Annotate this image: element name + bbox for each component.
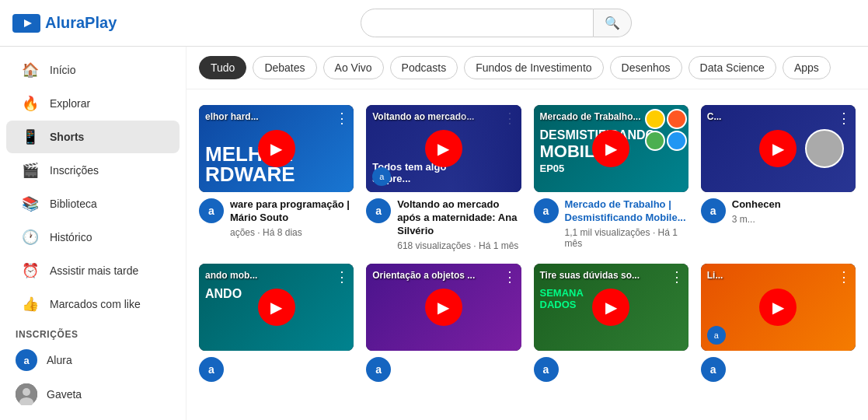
home-icon: 🏠 xyxy=(22,61,39,79)
play-btn-4[interactable]: ▶ xyxy=(759,130,797,167)
shorts-icon: 📱 xyxy=(22,128,39,145)
sidebar: 🏠 Início 🔥 Explorar 📱 Shorts 🎬 Inscriçõe… xyxy=(0,47,186,420)
liked-icon: 👍 xyxy=(22,296,39,313)
layout: 🏠 Início 🔥 Explorar 📱 Shorts 🎬 Inscriçõe… xyxy=(0,47,868,420)
video-title-1: ware para programação | Mário Souto xyxy=(230,198,354,225)
thumb-title-3: Mercado de Trabalho... xyxy=(540,111,641,122)
video-card-1[interactable]: elhor hard... ⋮ ▶ MELHORRDWARE a ware pa… xyxy=(193,99,360,257)
play-btn-3[interactable]: ▶ xyxy=(592,130,629,167)
thumb-title-5: ando mob... xyxy=(205,270,257,281)
logo-icon xyxy=(12,14,40,33)
logo[interactable]: AluraPlay xyxy=(12,14,137,33)
video-info-2: a Voltando ao mercado após a maternidade… xyxy=(366,198,521,251)
subscription-alura[interactable]: a Alura xyxy=(0,343,186,377)
thumbnail-1: elhor hard... ⋮ ▶ MELHORRDWARE xyxy=(199,105,354,192)
filter-fundos[interactable]: Fundos de Investimento xyxy=(464,56,603,79)
video-card-5[interactable]: ando mob... ⋮ ANDO ▶ a xyxy=(193,257,360,388)
thumbnail-4: C... ⋮ ▶ xyxy=(701,105,856,192)
sidebar-label-inicio: Início xyxy=(50,64,75,76)
play-btn-5[interactable]: ▶ xyxy=(258,289,295,326)
video-title-2: Voltando ao mercado após a maternidade: … xyxy=(397,198,521,238)
thumb-title-7: Tire suas dúvidas so... xyxy=(540,270,640,281)
video-card-4[interactable]: C... ⋮ ▶ a Conhecen 3 m... xyxy=(695,99,862,257)
play-btn-1[interactable]: ▶ xyxy=(258,130,295,167)
history-icon: 🕐 xyxy=(22,229,39,246)
sidebar-item-inicio[interactable]: 🏠 Início xyxy=(6,54,180,86)
gaveta-label: Gaveta xyxy=(47,388,82,401)
thumb-menu-1[interactable]: ⋮ xyxy=(335,110,349,127)
sidebar-label-inscricoes: Inscrições xyxy=(50,164,99,177)
play-btn-6[interactable]: ▶ xyxy=(425,289,462,326)
video-card-3[interactable]: Mercado de Trabalho... ⋮ DESMISTIFICANDO… xyxy=(528,99,695,257)
video-stats-1: ações · Há 8 dias xyxy=(230,227,354,238)
alura-avatar: a xyxy=(16,349,37,371)
thumbnail-5: ando mob... ⋮ ANDO ▶ xyxy=(199,264,354,351)
video-meta-7 xyxy=(565,357,688,382)
channel-avatar-6: a xyxy=(366,357,391,382)
channel-avatar-1: a xyxy=(199,198,224,223)
thumbnail-3: Mercado de Trabalho... ⋮ DESMISTIFICANDO… xyxy=(534,105,688,192)
filter-desenhos[interactable]: Desenhos xyxy=(610,56,682,79)
subscriptions-section-title: INSCRIÇÕES xyxy=(0,321,186,343)
sidebar-label-assistir: Assistir mais tarde xyxy=(50,264,138,277)
search-input[interactable] xyxy=(361,9,594,37)
sidebar-item-assistir[interactable]: ⏰ Assistir mais tarde xyxy=(6,254,180,287)
thumb-menu-5[interactable]: ⋮ xyxy=(335,268,349,285)
video-info-8: a xyxy=(701,357,856,382)
video-meta-1: ware para programação | Mário Souto açõe… xyxy=(230,198,354,238)
logo-text: AluraPlay xyxy=(45,14,117,32)
thumb-title-4: C... xyxy=(707,111,722,122)
thumb-menu-7[interactable]: ⋮ xyxy=(670,268,684,285)
gaveta-avatar xyxy=(16,383,37,405)
search-button[interactable]: 🔍 xyxy=(594,9,632,37)
filter-debates[interactable]: Debates xyxy=(253,56,316,79)
sidebar-label-marcados: Marcados com like xyxy=(50,298,141,310)
video-card-8[interactable]: Li... ⋮ ▶ a a xyxy=(695,257,862,388)
sidebar-label-explorar: Explorar xyxy=(50,97,90,110)
video-card-7[interactable]: Tire suas dúvidas so... ⋮ SEMANADADOS ▶ … xyxy=(528,257,695,388)
sidebar-item-biblioteca[interactable]: 📚 Biblioteca xyxy=(6,187,180,220)
thumb-menu-6[interactable]: ⋮ xyxy=(503,268,517,285)
thumbnail-2: Voltando ao mercado... ⋮ Todos tem algo … xyxy=(366,105,521,192)
video-info-5: a xyxy=(199,357,354,382)
channel-avatar-7: a xyxy=(534,357,559,382)
play-btn-7[interactable]: ▶ xyxy=(592,289,629,326)
thumb-menu-8[interactable]: ⋮ xyxy=(837,268,851,285)
sidebar-item-marcados[interactable]: 👍 Marcados com like xyxy=(6,288,180,320)
explore-icon: 🔥 xyxy=(22,95,39,112)
video-card-6[interactable]: Orientação a objetos ... ⋮ ▶ a xyxy=(360,257,527,388)
channel-avatar-5: a xyxy=(199,357,224,382)
sidebar-label-historico: Histórico xyxy=(50,231,92,243)
header: AluraPlay 🔍 xyxy=(0,0,868,47)
filter-bar: Tudo Debates Ao Vivo Podcasts Fundos de … xyxy=(186,47,868,89)
sidebar-item-explorar[interactable]: 🔥 Explorar xyxy=(6,87,180,120)
play-btn-2[interactable]: ▶ xyxy=(425,130,462,167)
video-grid: elhor hard... ⋮ ▶ MELHORRDWARE a ware pa… xyxy=(186,89,868,397)
filter-ao-vivo[interactable]: Ao Vivo xyxy=(323,56,384,79)
filter-tudo[interactable]: Tudo xyxy=(199,56,246,79)
video-info-1: a ware para programação | Mário Souto aç… xyxy=(199,198,354,238)
thumbnail-8: Li... ⋮ ▶ a xyxy=(701,264,856,351)
filter-apps[interactable]: Apps xyxy=(783,56,831,79)
sidebar-item-inscricoes[interactable]: 🎬 Inscrições xyxy=(6,154,180,187)
video-card-2[interactable]: Voltando ao mercado... ⋮ Todos tem algo … xyxy=(360,99,527,257)
alura-label: Alura xyxy=(47,354,72,366)
video-info-4: a Conhecen 3 m... xyxy=(701,198,856,225)
sidebar-item-historico[interactable]: 🕐 Histórico xyxy=(6,221,180,254)
channel-avatar-8: a xyxy=(701,357,726,382)
sidebar-label-shorts: Shorts xyxy=(50,131,84,143)
video-info-3: a Mercado de Trabalho | Desmistificando … xyxy=(534,198,688,249)
channel-avatar-3: a xyxy=(534,198,559,223)
main-content: Tudo Debates Ao Vivo Podcasts Fundos de … xyxy=(186,47,868,420)
video-meta-8 xyxy=(732,357,856,382)
channel-avatar-2: a xyxy=(366,198,391,223)
sidebar-label-biblioteca: Biblioteca xyxy=(50,198,97,210)
filter-data-science[interactable]: Data Science xyxy=(688,56,776,79)
filter-podcasts[interactable]: Podcasts xyxy=(390,56,458,79)
sidebar-item-shorts[interactable]: 📱 Shorts xyxy=(6,121,180,153)
video-meta-4: Conhecen 3 m... xyxy=(732,198,856,225)
play-btn-8[interactable]: ▶ xyxy=(759,289,797,326)
video-meta-3: Mercado de Trabalho | Desmistificando Mo… xyxy=(565,198,688,249)
subscription-gaveta[interactable]: Gaveta xyxy=(0,377,186,411)
thumb-title-1: elhor hard... xyxy=(205,111,259,122)
